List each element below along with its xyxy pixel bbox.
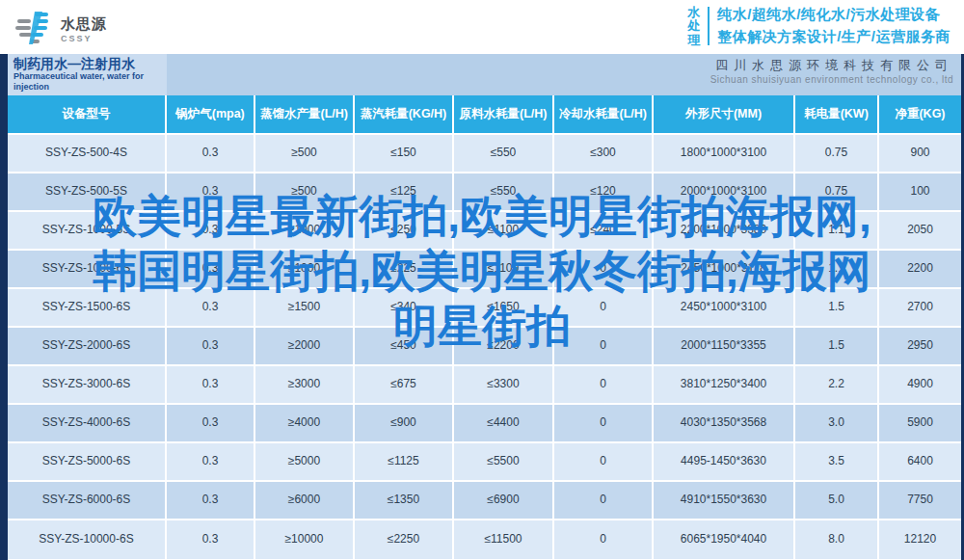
table-cell: ≤340 xyxy=(355,289,454,326)
column-header: 净重(KG) xyxy=(879,95,961,133)
table-cell: 0 xyxy=(554,289,654,326)
table-cell: SSY-ZS-10000-6S xyxy=(8,520,167,559)
company-logo: 水思源 CSSY xyxy=(15,8,107,50)
top-header-bar: 水思源 CSSY 水处理 纯水/超纯水/纯化水/污水处理设备 整体解决方案设计/… xyxy=(0,0,964,54)
company-name-en: Sichuan shuisiyuan environment technolog… xyxy=(710,74,953,85)
table-cell: SSY-ZS-1500-6S xyxy=(8,289,167,326)
table-title-en: Pharmaceutical water, water for injectio… xyxy=(13,71,161,92)
table-cell: ≥10000 xyxy=(255,520,355,559)
table-cell: SSY-ZS-1000-5S xyxy=(8,212,167,249)
table-cell: ≤550 xyxy=(454,173,554,210)
table-cell: 2200*1000*3380 xyxy=(654,212,795,249)
table-cell: 0.75 xyxy=(795,135,879,172)
table-cell: 0.75 xyxy=(795,173,879,210)
column-header: 蒸汽耗量(KG/H) xyxy=(355,95,454,133)
column-header: 外形尺寸(MM) xyxy=(654,95,795,133)
table-cell: 2450*1000*3100 xyxy=(654,289,795,326)
table-cell: ≤2200 xyxy=(454,328,554,364)
table-cell: SSY-ZS-500-5S xyxy=(8,173,167,210)
table-cell: ≥5000 xyxy=(255,443,355,480)
table-cell: SSY-ZS-500-4S xyxy=(8,135,167,172)
header-tagline: 水处理 纯水/超纯水/纯化水/污水处理设备 整体解决方案设计/生产/运营服务商 xyxy=(687,6,951,47)
table-cell: 4900 xyxy=(879,366,961,403)
table-cell: SSY-ZS-4000-6S xyxy=(8,405,167,441)
table-cell: 5900 xyxy=(879,405,961,441)
table-cell: 0.3 xyxy=(167,405,255,441)
table-cell: ≤900 xyxy=(355,405,454,441)
table-cell: 0.3 xyxy=(167,366,255,403)
table-cell: ≤240 xyxy=(554,212,654,249)
table-cell: 100 xyxy=(879,173,961,210)
table-cell: ≤1350 xyxy=(355,482,454,519)
table-cell: 0.3 xyxy=(167,328,255,364)
table-cell: ≤1100 xyxy=(454,212,554,249)
cssy-logo-icon xyxy=(15,8,54,50)
table-row: SSY-ZS-1000-6S0.3≥1000≤225≤110002450*100… xyxy=(8,251,961,289)
column-header: 耗电量(KW) xyxy=(795,95,879,133)
table-cell: 2200 xyxy=(879,251,961,287)
tagline-vertical-label: 水处理 xyxy=(687,6,700,47)
table-cell: 2000*1000*3100 xyxy=(654,173,795,210)
table-row: SSY-ZS-1500-6S0.3≥1500≤340≤165002450*100… xyxy=(8,289,961,328)
column-header: 冷却水耗量(L/H) xyxy=(554,95,654,133)
table-cell: 4910*1550*3630 xyxy=(654,482,795,519)
tagline-divider xyxy=(708,7,710,45)
table-title-cn: 制药用水—注射用水 xyxy=(13,57,161,71)
table-cell: 900 xyxy=(879,135,961,172)
table-cell: 1.1 xyxy=(795,251,879,287)
table-cell: 2450*1000*3118 xyxy=(654,251,795,287)
table-cell: 8.0 xyxy=(795,520,879,559)
table-cell: 0 xyxy=(554,251,654,287)
company-name-cn: 四川水思源环境科技有限公司 xyxy=(710,58,953,74)
table-cell: SSY-ZS-3000-6S xyxy=(8,366,167,403)
table-cell: ≥1500 xyxy=(255,289,355,326)
table-cell: 1.5 xyxy=(795,289,879,326)
table-cell: 2950 xyxy=(879,328,961,364)
table-row: SSY-ZS-6000-6S0.3≥6000≤1350≤690004910*15… xyxy=(8,482,961,520)
table-cell: ≤2250 xyxy=(355,520,454,559)
table-cell: 3810*1250*3400 xyxy=(654,366,795,403)
table-title-cell: 制药用水—注射用水 Pharmaceutical water, water fo… xyxy=(8,54,167,95)
table-body: SSY-ZS-500-4S0.3≥500≤150≤550≤3001800*100… xyxy=(8,135,961,559)
table-cell: ≤250 xyxy=(355,212,454,249)
table-cell: ≤225 xyxy=(355,251,454,287)
table-cell: ≤11500 xyxy=(454,520,554,559)
table-row: SSY-ZS-3000-6S0.3≥3000≤675≤330003810*125… xyxy=(8,366,961,405)
table-cell: ≤3300 xyxy=(454,366,554,403)
company-name-block: 四川水思源环境科技有限公司 Sichuan shuisiyuan environ… xyxy=(710,58,953,85)
table-row: SSY-ZS-10000-6S0.3≥10000≤2250≤1150006065… xyxy=(8,520,961,559)
table-cell: ≤120 xyxy=(554,173,654,210)
table-cell: SSY-ZS-1000-6S xyxy=(8,251,167,287)
tagline-line2: 整体解决方案设计/生产/运营服务商 xyxy=(717,28,951,46)
table-cell: 0.3 xyxy=(167,173,255,210)
table-row: SSY-ZS-1000-5S0.3≥1000≤250≤1100≤2402200*… xyxy=(8,212,961,251)
table-cell: 0 xyxy=(554,482,654,519)
table-cell: ≥2000 xyxy=(255,328,355,364)
table-cell: 0 xyxy=(554,328,654,364)
table-cell: ≤550 xyxy=(454,135,554,172)
table-row: SSY-ZS-500-5S0.3≥500≤125≤550≤1202000*100… xyxy=(8,173,961,212)
table-cell: SSY-ZS-6000-6S xyxy=(8,482,167,519)
table-cell: 6065*1950*4040 xyxy=(654,520,795,559)
table-cell: 4030*1350*3568 xyxy=(654,405,795,441)
table-row: SSY-ZS-4000-6S0.3≥4000≤900≤440004030*135… xyxy=(8,405,961,443)
table-header-row: 设备型号锅炉气(mpa)蒸馏水产量(L/H)蒸汽耗量(KG/H)原料水耗量(L/… xyxy=(8,95,961,135)
page: 水思源 CSSY 水处理 纯水/超纯水/纯化水/污水处理设备 整体解决方案设计/… xyxy=(0,0,964,560)
logo-text: 水思源 CSSY xyxy=(61,15,107,43)
column-header: 设备型号 xyxy=(8,95,167,133)
table-cell: ≤1100 xyxy=(454,251,554,287)
table-cell: ≥1000 xyxy=(255,251,355,287)
table-cell: ≤300 xyxy=(554,135,654,172)
table-cell: ≥500 xyxy=(255,173,355,210)
table-cell: 12120 xyxy=(879,520,961,559)
table-cell: 2050 xyxy=(879,212,961,249)
table-cell: 0.3 xyxy=(167,520,255,559)
table-title-band: 制药用水—注射用水 Pharmaceutical water, water fo… xyxy=(8,54,961,95)
table-cell: 0.3 xyxy=(167,443,255,480)
table-cell: 0 xyxy=(554,520,654,559)
table-row: SSY-ZS-5000-6S0.3≥5000≤1125≤550004495-14… xyxy=(8,443,961,482)
table-cell: ≤1650 xyxy=(454,289,554,326)
table-row: SSY-ZS-500-4S0.3≥500≤150≤550≤3001800*100… xyxy=(8,135,961,173)
table-cell: ≥3000 xyxy=(255,366,355,403)
table-cell: 0 xyxy=(554,405,654,441)
